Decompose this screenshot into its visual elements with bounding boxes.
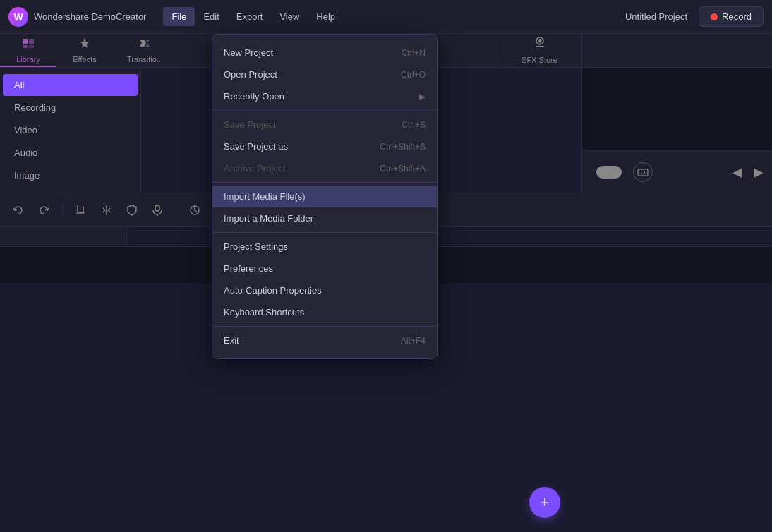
menu-open-project-shortcut: Ctrl+O [401,70,426,80]
menu-import-media-folder-label: Import a Media Folder [224,213,313,224]
menu-auto-caption-label: Auto-Caption Properties [224,285,322,296]
menu-save-project-label: Save Project [224,119,276,130]
menu-preferences[interactable]: Preferences [212,258,437,279]
menu-keyboard-shortcuts-label: Keyboard Shortcuts [224,307,304,318]
menu-export[interactable]: Export [228,7,272,26]
app-title: Wondershare DemoCreator [34,11,146,22]
menu-exit-label: Exit [224,335,239,346]
menu-help[interactable]: Help [308,7,344,26]
menu-archive-project: Archive Project Ctrl+Shift+A [212,157,437,179]
menu-import-media-files-label: Import Media File(s) [224,191,306,202]
dropdown-overlay[interactable]: New Project Ctrl+N Open Project Ctrl+O R… [0,34,772,532]
menu-edit[interactable]: Edit [195,7,227,26]
title-bar: W Wondershare DemoCreator File Edit Expo… [0,0,772,34]
menu-archive-project-shortcut: Ctrl+Shift+A [380,164,426,174]
menu-bar: File Edit Export View Help [163,7,625,26]
menu-save-project-as[interactable]: Save Project as Ctrl+Shift+S [212,135,437,157]
menu-save-project-as-shortcut: Ctrl+Shift+S [380,142,426,152]
menu-section-2: Save Project Ctrl+S Save Project as Ctrl… [212,110,437,182]
menu-project-settings-label: Project Settings [224,241,288,252]
menu-new-project[interactable]: New Project Ctrl+N [212,42,437,64]
menu-exit[interactable]: Exit Alt+F4 [212,330,437,351]
menu-section-3: Import Media File(s) Import a Media Fold… [212,182,437,232]
menu-recently-open-arrow: ▶ [419,92,426,102]
menu-new-project-label: New Project [224,47,273,58]
record-button[interactable]: Record [699,6,764,27]
menu-section-4: Project Settings Preferences Auto-Captio… [212,232,437,326]
app-logo: W [8,7,28,27]
menu-new-project-shortcut: Ctrl+N [402,48,426,58]
menu-section-1: New Project Ctrl+N Open Project Ctrl+O R… [212,39,437,110]
record-label: Record [722,11,752,22]
menu-preferences-label: Preferences [224,263,273,274]
menu-project-settings[interactable]: Project Settings [212,236,437,258]
menu-import-media-folder[interactable]: Import a Media Folder [212,207,437,229]
menu-open-project-label: Open Project [224,69,277,80]
menu-exit-shortcut: Alt+F4 [401,336,426,346]
menu-section-5: Exit Alt+F4 [212,326,437,354]
menu-save-project-as-label: Save Project as [224,141,288,152]
menu-archive-project-label: Archive Project [224,163,285,174]
menu-recently-open[interactable]: Recently Open ▶ [212,85,437,107]
menu-recently-open-label: Recently Open [224,91,284,102]
menu-keyboard-shortcuts[interactable]: Keyboard Shortcuts [212,301,437,323]
menu-open-project[interactable]: Open Project Ctrl+O [212,64,437,85]
menu-file[interactable]: File [163,7,195,26]
menu-import-media-files[interactable]: Import Media File(s) [212,186,437,207]
file-dropdown-menu: New Project Ctrl+N Open Project Ctrl+O R… [212,34,438,359]
menu-auto-caption[interactable]: Auto-Caption Properties [212,279,437,301]
menu-save-project: Save Project Ctrl+S [212,114,437,135]
project-title: Untitled Project [625,11,687,22]
menu-view[interactable]: View [271,7,308,26]
record-dot [711,13,718,20]
menu-save-project-shortcut: Ctrl+S [402,120,426,130]
